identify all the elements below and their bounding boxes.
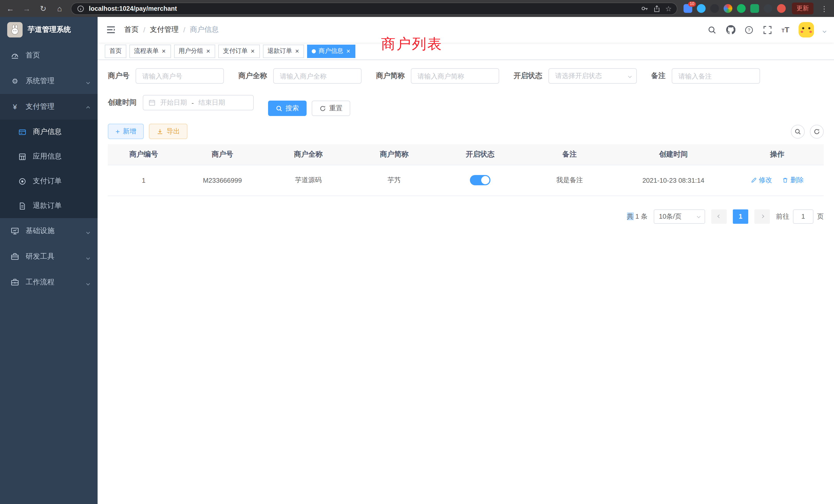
password-key-icon[interactable] bbox=[641, 4, 649, 13]
tab-home[interactable]: 首页 bbox=[105, 44, 126, 58]
search-button[interactable]: 搜索 bbox=[268, 100, 307, 116]
extension-icon[interactable] bbox=[724, 4, 732, 13]
reset-button[interactable]: 重置 bbox=[312, 100, 350, 116]
toggle-search-button[interactable] bbox=[791, 124, 805, 138]
help-icon[interactable]: ? bbox=[744, 25, 754, 35]
short-name-input[interactable] bbox=[411, 68, 499, 84]
close-icon[interactable]: × bbox=[250, 48, 255, 54]
extension-icon[interactable]: 10 bbox=[683, 4, 692, 13]
col-header-created: 创建时间 bbox=[616, 144, 730, 165]
sidebar-item-infrastructure[interactable]: 基础设施 bbox=[0, 218, 97, 244]
status-toggle[interactable] bbox=[470, 175, 490, 185]
next-page-button[interactable] bbox=[754, 209, 770, 224]
prev-page-button[interactable] bbox=[711, 209, 727, 224]
app-title: 芋道管理系统 bbox=[28, 25, 71, 35]
gear-icon: ⚙ bbox=[10, 77, 20, 85]
goto-prefix: 前往 bbox=[776, 212, 789, 221]
filter-full-name: 商户全称 bbox=[238, 68, 361, 84]
breadcrumb-home[interactable]: 首页 bbox=[124, 25, 139, 35]
chevron-down-icon[interactable] bbox=[823, 25, 826, 35]
chevron-down-icon bbox=[628, 74, 632, 78]
tab-user-group[interactable]: 用户分组 × bbox=[174, 44, 215, 58]
refresh-icon bbox=[320, 105, 326, 112]
browser-menu-icon[interactable]: ⋮ bbox=[820, 4, 829, 13]
sidebar-item-payment-orders[interactable]: 支付订单 bbox=[0, 169, 97, 193]
goto-page-input[interactable] bbox=[793, 209, 813, 224]
refresh-table-button[interactable] bbox=[810, 124, 824, 138]
page-size-value: 10条/页 bbox=[659, 212, 681, 221]
sidebar-item-dev-tools[interactable]: 研发工具 bbox=[0, 244, 97, 270]
page-1-button[interactable]: 1 bbox=[733, 209, 748, 224]
search-icon[interactable] bbox=[707, 25, 717, 35]
browser-back-icon[interactable]: ← bbox=[5, 4, 16, 13]
extension-icon[interactable] bbox=[777, 4, 786, 13]
breadcrumb-payment[interactable]: 支付管理 bbox=[150, 25, 179, 35]
chevron-right-icon bbox=[760, 214, 764, 218]
col-header-short-name: 商户简称 bbox=[351, 144, 437, 165]
top-navbar: 首页 / 支付管理 / 商户信息 ? bbox=[97, 17, 834, 43]
breadcrumb-separator: / bbox=[183, 26, 185, 34]
tab-merchant-info[interactable]: 商户信息 × bbox=[307, 44, 355, 58]
close-icon[interactable]: × bbox=[295, 48, 300, 54]
hamburger-icon[interactable] bbox=[106, 25, 116, 35]
browser-forward-icon[interactable]: → bbox=[22, 4, 32, 13]
page-size-select[interactable]: 10条/页 bbox=[654, 209, 705, 224]
sidebar-item-merchant-info[interactable]: 商户信息 bbox=[0, 120, 97, 144]
sidebar-item-label: 首页 bbox=[26, 51, 40, 60]
sidebar-item-payment[interactable]: ¥ 支付管理 bbox=[0, 94, 97, 120]
chevron-down-icon bbox=[87, 278, 89, 287]
bookmark-star-icon[interactable]: ☆ bbox=[665, 4, 672, 13]
edit-link[interactable]: 修改 bbox=[750, 176, 772, 185]
cell-status bbox=[437, 165, 523, 196]
filter-short-name: 商户简称 bbox=[376, 68, 499, 84]
url-bar[interactable]: localhost:1024/pay/merchant ☆ bbox=[71, 2, 677, 15]
close-icon[interactable]: × bbox=[206, 48, 211, 54]
sidebar-item-app-info[interactable]: 应用信息 bbox=[0, 144, 97, 169]
tab-label: 用户分组 bbox=[178, 47, 203, 55]
status-select[interactable]: 请选择开启状态 bbox=[548, 68, 637, 84]
github-icon[interactable] bbox=[726, 25, 735, 35]
browser-reload-icon[interactable]: ↻ bbox=[38, 4, 48, 13]
close-icon[interactable]: × bbox=[346, 48, 351, 54]
tab-process-form[interactable]: 流程表单 × bbox=[129, 44, 171, 58]
extension-icon[interactable] bbox=[764, 4, 772, 13]
breadcrumb-separator: / bbox=[143, 26, 145, 34]
search-icon bbox=[276, 105, 282, 112]
table-row: 1 M233666999 芋道源码 芋艿 我是备注 2021-10-23 08:… bbox=[108, 165, 824, 196]
full-name-input[interactable] bbox=[273, 68, 361, 84]
export-button[interactable]: 导出 bbox=[149, 124, 188, 139]
add-button[interactable]: + 新增 bbox=[108, 124, 144, 139]
sidebar: 芋道管理系统 首页 ⚙ 系统管理 ¥ 支付管理 bbox=[0, 17, 97, 504]
browser-home-icon[interactable]: ⌂ bbox=[54, 4, 65, 13]
sidebar-item-system[interactable]: ⚙ 系统管理 bbox=[0, 68, 97, 94]
sidebar-item-refund-orders[interactable]: 退款订单 bbox=[0, 193, 97, 218]
close-icon[interactable]: × bbox=[161, 48, 166, 54]
sidebar-item-workflow[interactable]: 工作流程 bbox=[0, 270, 97, 295]
app-logo[interactable]: 芋道管理系统 bbox=[0, 17, 97, 43]
avatar[interactable] bbox=[798, 22, 814, 38]
monitor-icon bbox=[10, 227, 20, 235]
extension-icon[interactable] bbox=[737, 4, 746, 13]
extension-icon[interactable] bbox=[697, 4, 706, 13]
tab-payment-orders[interactable]: 支付订单 × bbox=[218, 44, 260, 58]
grid-icon bbox=[18, 153, 27, 160]
extension-icon[interactable] bbox=[710, 4, 719, 13]
calendar-icon bbox=[148, 99, 156, 106]
sidebar-item-label: 退款订单 bbox=[33, 201, 62, 210]
delete-link[interactable]: 删除 bbox=[782, 176, 804, 185]
merchant-no-input[interactable] bbox=[136, 68, 224, 84]
sidebar-item-home[interactable]: 首页 bbox=[0, 43, 97, 68]
site-info-icon[interactable] bbox=[76, 4, 85, 13]
font-size-icon[interactable]: TT bbox=[781, 25, 789, 35]
browser-update-button[interactable]: 更新 bbox=[792, 3, 813, 14]
tab-refund-orders[interactable]: 退款订单 × bbox=[263, 44, 304, 58]
remark-input[interactable] bbox=[672, 68, 760, 84]
chevron-down-icon bbox=[87, 253, 89, 261]
url-text[interactable]: localhost:1024/pay/merchant bbox=[89, 5, 637, 12]
field-label: 开启状态 bbox=[513, 71, 542, 81]
extension-icon[interactable] bbox=[750, 4, 759, 13]
date-range-picker[interactable]: 开始日期 - 结束日期 bbox=[143, 95, 254, 110]
share-icon[interactable] bbox=[653, 4, 661, 13]
filter-row-1: 商户号 商户全称 商户简称 开启状态 请选择开启状态 bbox=[108, 68, 824, 95]
fullscreen-icon[interactable] bbox=[763, 25, 772, 35]
